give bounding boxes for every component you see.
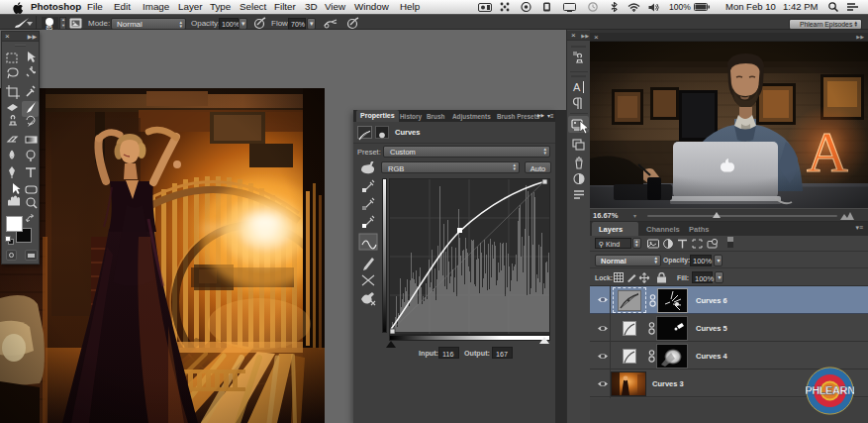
svg-text:PHLEARN: PHLEARN xyxy=(806,384,854,396)
svg-text:A: A xyxy=(573,81,581,93)
